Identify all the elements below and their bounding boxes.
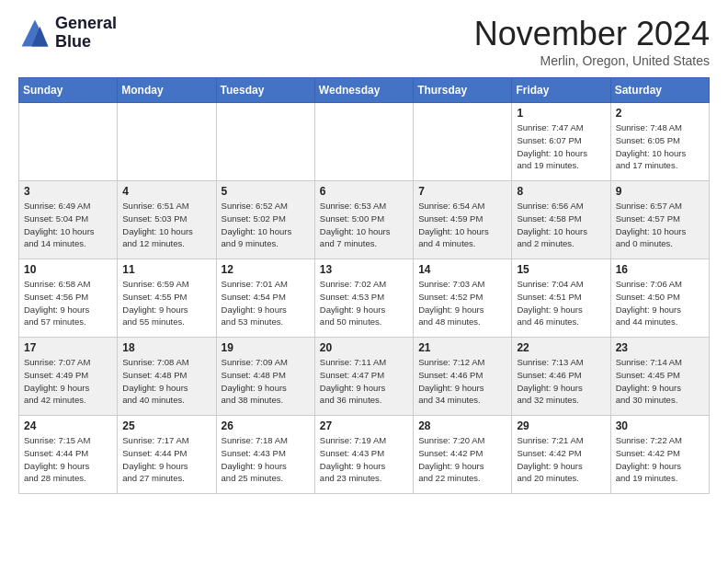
calendar-cell (414, 103, 512, 181)
day-info: Sunrise: 6:51 AM Sunset: 5:03 PM Dayligh… (122, 200, 210, 250)
day-number: 22 (517, 341, 605, 354)
day-info: Sunrise: 7:04 AM Sunset: 4:51 PM Dayligh… (517, 278, 605, 328)
weekday-header-friday: Friday (512, 78, 610, 103)
weekday-header-tuesday: Tuesday (216, 78, 314, 103)
calendar-cell: 6Sunrise: 6:53 AM Sunset: 5:00 PM Daylig… (314, 181, 413, 259)
calendar-cell: 24Sunrise: 7:15 AM Sunset: 4:44 PM Dayli… (19, 416, 118, 494)
weekday-header-saturday: Saturday (610, 78, 709, 103)
day-info: Sunrise: 7:12 AM Sunset: 4:46 PM Dayligh… (418, 356, 506, 407)
day-number: 17 (24, 341, 112, 354)
day-number: 7 (418, 185, 506, 198)
day-number: 23 (616, 341, 704, 354)
day-info: Sunrise: 7:48 AM Sunset: 6:05 PM Dayligh… (616, 121, 704, 172)
day-info: Sunrise: 6:59 AM Sunset: 4:55 PM Dayligh… (122, 278, 210, 328)
calendar-cell: 7Sunrise: 6:54 AM Sunset: 4:59 PM Daylig… (414, 181, 512, 259)
calendar-cell: 13Sunrise: 7:02 AM Sunset: 4:53 PM Dayli… (314, 259, 413, 338)
day-info: Sunrise: 6:49 AM Sunset: 5:04 PM Dayligh… (24, 200, 112, 250)
day-info: Sunrise: 7:20 AM Sunset: 4:42 PM Dayligh… (418, 434, 506, 485)
logo-text: General Blue (55, 15, 117, 52)
day-info: Sunrise: 7:02 AM Sunset: 4:53 PM Dayligh… (320, 278, 408, 328)
calendar-cell: 5Sunrise: 6:52 AM Sunset: 5:02 PM Daylig… (216, 181, 314, 259)
weekday-header-thursday: Thursday (414, 78, 512, 103)
calendar-cell: 15Sunrise: 7:04 AM Sunset: 4:51 PM Dayli… (512, 259, 610, 338)
calendar-cell (19, 103, 118, 181)
calendar-cell: 1Sunrise: 7:47 AM Sunset: 6:07 PM Daylig… (512, 103, 610, 181)
day-number: 14 (418, 263, 506, 276)
day-number: 25 (122, 419, 210, 432)
day-info: Sunrise: 7:08 AM Sunset: 4:48 PM Dayligh… (122, 356, 210, 407)
day-number: 16 (616, 263, 704, 276)
calendar-cell: 19Sunrise: 7:09 AM Sunset: 4:48 PM Dayli… (216, 338, 314, 416)
calendar-cell: 18Sunrise: 7:08 AM Sunset: 4:48 PM Dayli… (118, 338, 216, 416)
week-row-1: 1Sunrise: 7:47 AM Sunset: 6:07 PM Daylig… (19, 103, 710, 181)
calendar-cell: 22Sunrise: 7:13 AM Sunset: 4:46 PM Dayli… (512, 338, 610, 416)
day-number: 28 (418, 419, 506, 432)
day-info: Sunrise: 6:58 AM Sunset: 4:56 PM Dayligh… (24, 278, 112, 328)
calendar-cell: 27Sunrise: 7:19 AM Sunset: 4:43 PM Dayli… (314, 416, 413, 494)
day-info: Sunrise: 7:17 AM Sunset: 4:44 PM Dayligh… (122, 434, 210, 485)
day-info: Sunrise: 7:18 AM Sunset: 4:43 PM Dayligh… (222, 434, 310, 485)
week-row-2: 3Sunrise: 6:49 AM Sunset: 5:04 PM Daylig… (19, 181, 710, 259)
calendar-cell (314, 103, 413, 181)
day-info: Sunrise: 7:15 AM Sunset: 4:44 PM Dayligh… (24, 434, 112, 485)
calendar-cell: 30Sunrise: 7:22 AM Sunset: 4:42 PM Dayli… (610, 416, 709, 494)
day-info: Sunrise: 7:19 AM Sunset: 4:43 PM Dayligh… (320, 434, 408, 485)
day-number: 12 (222, 263, 310, 276)
day-number: 5 (222, 185, 310, 198)
calendar-cell: 8Sunrise: 6:56 AM Sunset: 4:58 PM Daylig… (512, 181, 610, 259)
day-number: 27 (320, 419, 408, 432)
calendar-cell (216, 103, 314, 181)
logo-line2: Blue (55, 33, 117, 52)
day-info: Sunrise: 7:14 AM Sunset: 4:45 PM Dayligh… (616, 356, 704, 407)
calendar-cell: 20Sunrise: 7:11 AM Sunset: 4:47 PM Dayli… (314, 338, 413, 416)
calendar-table: SundayMondayTuesdayWednesdayThursdayFrid… (18, 77, 710, 494)
calendar-cell: 29Sunrise: 7:21 AM Sunset: 4:42 PM Dayli… (512, 416, 610, 494)
day-info: Sunrise: 7:21 AM Sunset: 4:42 PM Dayligh… (517, 434, 605, 485)
day-number: 30 (616, 419, 704, 432)
day-info: Sunrise: 7:07 AM Sunset: 4:49 PM Dayligh… (24, 356, 112, 407)
calendar-cell: 11Sunrise: 6:59 AM Sunset: 4:55 PM Dayli… (118, 259, 216, 338)
title-area: November 2024 Merlin, Oregon, United Sta… (474, 15, 710, 68)
logo-line1: General (55, 15, 117, 33)
day-number: 26 (222, 419, 310, 432)
day-number: 13 (320, 263, 408, 276)
day-info: Sunrise: 7:22 AM Sunset: 4:42 PM Dayligh… (616, 434, 704, 485)
calendar-cell: 25Sunrise: 7:17 AM Sunset: 4:44 PM Dayli… (118, 416, 216, 494)
day-number: 6 (320, 185, 408, 198)
calendar-cell: 21Sunrise: 7:12 AM Sunset: 4:46 PM Dayli… (414, 338, 512, 416)
day-number: 9 (616, 185, 704, 198)
calendar-cell: 28Sunrise: 7:20 AM Sunset: 4:42 PM Dayli… (414, 416, 512, 494)
day-number: 21 (418, 341, 506, 354)
day-info: Sunrise: 7:13 AM Sunset: 4:46 PM Dayligh… (517, 356, 605, 407)
weekday-header-sunday: Sunday (19, 78, 118, 103)
logo-icon (18, 17, 51, 50)
day-info: Sunrise: 7:47 AM Sunset: 6:07 PM Dayligh… (517, 121, 605, 172)
day-number: 2 (616, 107, 704, 120)
calendar-cell: 26Sunrise: 7:18 AM Sunset: 4:43 PM Dayli… (216, 416, 314, 494)
day-info: Sunrise: 7:03 AM Sunset: 4:52 PM Dayligh… (418, 278, 506, 328)
day-info: Sunrise: 6:53 AM Sunset: 5:00 PM Dayligh… (320, 200, 408, 250)
week-row-4: 17Sunrise: 7:07 AM Sunset: 4:49 PM Dayli… (19, 338, 710, 416)
calendar-cell: 3Sunrise: 6:49 AM Sunset: 5:04 PM Daylig… (19, 181, 118, 259)
day-number: 20 (320, 341, 408, 354)
week-row-5: 24Sunrise: 7:15 AM Sunset: 4:44 PM Dayli… (19, 416, 710, 494)
calendar-cell: 12Sunrise: 7:01 AM Sunset: 4:54 PM Dayli… (216, 259, 314, 338)
location: Merlin, Oregon, United States (474, 53, 710, 68)
day-number: 29 (517, 419, 605, 432)
day-number: 19 (222, 341, 310, 354)
calendar-cell: 23Sunrise: 7:14 AM Sunset: 4:45 PM Dayli… (610, 338, 709, 416)
day-info: Sunrise: 6:52 AM Sunset: 5:02 PM Dayligh… (222, 200, 310, 250)
calendar-cell: 9Sunrise: 6:57 AM Sunset: 4:57 PM Daylig… (610, 181, 709, 259)
weekday-header-wednesday: Wednesday (314, 78, 413, 103)
calendar-cell: 2Sunrise: 7:48 AM Sunset: 6:05 PM Daylig… (610, 103, 709, 181)
day-number: 4 (122, 185, 210, 198)
day-info: Sunrise: 6:56 AM Sunset: 4:58 PM Dayligh… (517, 200, 605, 250)
calendar-cell: 17Sunrise: 7:07 AM Sunset: 4:49 PM Dayli… (19, 338, 118, 416)
day-info: Sunrise: 7:11 AM Sunset: 4:47 PM Dayligh… (320, 356, 408, 407)
calendar-cell: 14Sunrise: 7:03 AM Sunset: 4:52 PM Dayli… (414, 259, 512, 338)
day-number: 8 (517, 185, 605, 198)
day-number: 15 (517, 263, 605, 276)
day-number: 24 (24, 419, 112, 432)
day-number: 18 (122, 341, 210, 354)
logo: General Blue (18, 15, 117, 52)
